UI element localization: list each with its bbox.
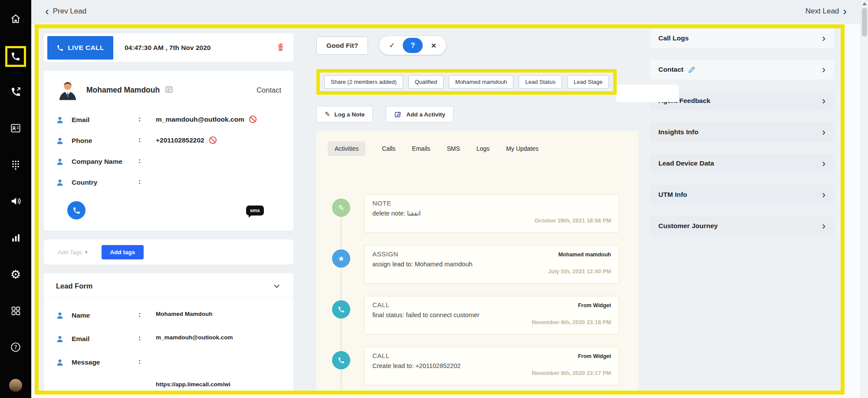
share-button[interactable]: Share (2 members added)	[324, 75, 403, 89]
partially-hidden-dropdown[interactable]	[616, 85, 679, 102]
sidebar-home-button[interactable]	[8, 11, 23, 26]
timeline-item: CALL From Widget Create lead to: +201102…	[332, 347, 638, 385]
tab-my-updates[interactable]: My Updates	[506, 142, 539, 156]
contact-notes-icon[interactable]	[165, 86, 173, 95]
fit-unknown-button[interactable]: ?	[403, 38, 423, 53]
sidebar-settings-button[interactable]: ⚙	[8, 267, 23, 282]
panel-item-label: Contact	[658, 66, 696, 73]
scroll-up-arrow[interactable]	[862, 2, 867, 5]
sidebar-reports-button[interactable]	[8, 230, 23, 245]
edit-pencil-icon[interactable]	[688, 66, 696, 73]
qualified-button[interactable]: Qualified	[408, 75, 444, 89]
timeline-type: CALL	[372, 301, 390, 308]
note-icon: ✎	[332, 199, 350, 217]
field-colon: :	[138, 358, 156, 365]
sidebar-contacts-button[interactable]	[8, 121, 23, 136]
field-label: Email	[72, 115, 123, 125]
fit-no-button[interactable]: ×	[424, 38, 444, 53]
caret-down-icon: ▾	[85, 249, 88, 255]
phone-icon	[332, 300, 350, 318]
trash-icon	[276, 43, 285, 52]
sidebar-help-button[interactable]: ?	[8, 340, 23, 355]
add-activity-button[interactable]: Add a Activity	[386, 106, 454, 123]
add-tags-button[interactable]: Add tags	[102, 245, 144, 259]
sidebar-dialpad-button[interactable]	[8, 157, 23, 172]
field-label: Name	[72, 311, 123, 320]
timeline-text: assign lead to: Mohamed mamdouh	[372, 261, 611, 268]
call-button[interactable]	[67, 201, 85, 219]
sidebar-broadcast-button[interactable]	[8, 194, 23, 209]
sms-button[interactable]: sms	[246, 206, 264, 216]
scrollbar-thumb[interactable]	[862, 8, 867, 36]
timeline-meta: From Widget	[578, 302, 611, 308]
gear-icon: ⚙	[10, 269, 21, 280]
timeline-item: ★ ASSIGN Mohamed mamdouh assign lead to:…	[332, 245, 638, 284]
tab-activities[interactable]: Activities	[328, 141, 365, 156]
email-value: m_mamdouh@outlook.com	[156, 115, 257, 123]
svg-text:?: ?	[14, 344, 17, 351]
lead-form-title: Lead Form	[56, 282, 92, 290]
chevron-right-icon: ›	[822, 96, 825, 105]
sidebar-call-activity-button[interactable]	[8, 84, 23, 99]
field-colon: :	[138, 115, 156, 123]
chevron-right-icon: ›	[822, 128, 825, 136]
lead-form-row: Name : Mohamed Mamdouh	[56, 311, 281, 321]
tab-sms[interactable]: SMS	[447, 142, 460, 156]
sidebar-apps-button[interactable]	[8, 303, 23, 318]
help-icon: ?	[10, 342, 21, 353]
contact-field-row: Country :	[56, 178, 281, 188]
field-colon: :	[138, 136, 156, 144]
pencil-icon: ✎	[338, 203, 344, 212]
person-icon	[56, 358, 64, 366]
panel-item-contact[interactable]: Contact ›	[650, 60, 834, 80]
owner-button[interactable]: Mohamed mamdouh	[449, 75, 513, 89]
tab-logs[interactable]: Logs	[477, 142, 490, 156]
add-tags-placeholder: Add Tags	[58, 249, 82, 255]
contact-card: Mohamed Mamdouh Contact Email : m_mamdou…	[44, 71, 293, 231]
megaphone-icon	[10, 196, 21, 207]
page-scrollbar[interactable]	[861, 0, 868, 398]
log-note-button[interactable]: ✎ Log a Note	[316, 106, 373, 123]
fit-options: ✓ ? ×	[379, 36, 446, 55]
timeline-meta: From Widget	[578, 353, 611, 359]
lead-form-row: Email : m_mamdouh@outlook.com	[56, 334, 281, 345]
add-tags-dropdown[interactable]: Add Tags ▾	[55, 249, 90, 256]
pencil-icon: ✎	[325, 110, 330, 118]
panel-item-insights-info[interactable]: Insights Info ›	[650, 122, 834, 142]
lead-stage-button[interactable]: Lead Stage	[567, 75, 609, 89]
lead-detail-highlight-frame: LIVE CALL 04:47:30 AM , 7th Nov 2020 Moh…	[35, 24, 845, 395]
lead-status-button[interactable]: Lead Status	[519, 75, 562, 89]
panel-item-label: UTM Info	[658, 191, 687, 199]
delete-call-button[interactable]	[276, 42, 286, 54]
lead-form-header[interactable]: Lead Form	[56, 282, 281, 290]
panel-item-label: Insights Info	[658, 128, 698, 136]
timeline-time: November 6th, 2020 23:17 PM	[372, 370, 611, 376]
panel-item-customer-journey[interactable]: Customer Journey ›	[650, 216, 834, 236]
contact-name: Mohamed Mamdouh	[86, 86, 160, 95]
app-window: ⚙ ? ‹ Prev Lead Next Lead ›	[0, 0, 868, 398]
sidebar-calls-button[interactable]	[5, 46, 26, 67]
live-call-label: LIVE CALL	[68, 44, 104, 52]
panel-item-lead-device-data[interactable]: Lead Device Data ›	[650, 153, 834, 173]
field-value: Mohamed Mamdouh	[156, 311, 213, 317]
prev-lead-button[interactable]: ‹ Prev Lead	[43, 7, 89, 17]
tab-emails[interactable]: Emails	[412, 142, 430, 156]
tab-calls[interactable]: Calls	[382, 142, 395, 156]
panel-item-call-logs[interactable]: Call Logs ›	[650, 28, 834, 48]
person-icon	[56, 335, 64, 343]
chevron-right-icon: ›	[822, 65, 825, 73]
next-lead-button[interactable]: Next Lead ›	[803, 7, 849, 17]
panel-item-utm-info[interactable]: UTM Info ›	[650, 185, 834, 205]
bar-chart-icon	[10, 232, 21, 243]
live-call-button[interactable]: LIVE CALL	[47, 36, 113, 60]
profile-avatar[interactable]	[9, 379, 22, 392]
fit-yes-button[interactable]: ✓	[382, 38, 402, 53]
good-fit-button[interactable]: Good Fit?	[316, 36, 368, 55]
panel-item-label: Call Logs	[658, 34, 689, 42]
timeline-type: ASSIGN	[372, 250, 398, 258]
contact-field-row: Phone : +201102852202	[56, 136, 281, 146]
lead-summary-column: LIVE CALL 04:47:30 AM , 7th Nov 2020 Moh…	[44, 33, 293, 395]
lead-timeline: ✎ NOTE delete note: اتفقنا October 29th,…	[332, 194, 638, 385]
phone-icon	[332, 351, 350, 369]
timeline-card: CALL From Widget Create lead to: +201102…	[364, 347, 619, 385]
